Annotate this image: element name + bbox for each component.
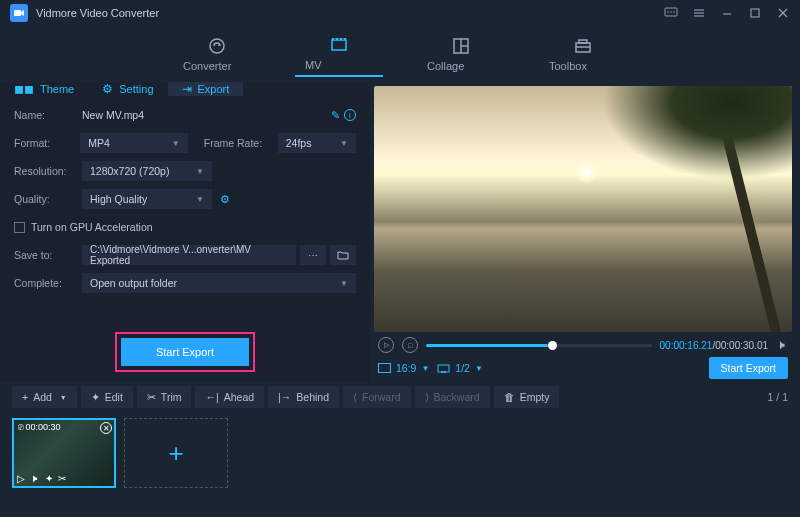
behind-button[interactable]: |→Behind <box>268 386 339 408</box>
theme-icon: ◼◼ <box>14 82 34 96</box>
time-display: 00:00:16.21/00:00:30.01 <box>660 340 768 351</box>
close-icon[interactable] <box>776 6 790 20</box>
forward-button[interactable]: ⟨Forward <box>343 386 411 408</box>
quality-settings-icon[interactable]: ⚙ <box>220 193 230 206</box>
subtab-setting[interactable]: ⚙ Setting <box>88 82 167 96</box>
resolution-label: Resolution: <box>14 165 82 177</box>
feedback-icon[interactable] <box>664 6 678 20</box>
edit-name-icon[interactable]: ✎ <box>331 109 340 122</box>
clip-trim-icon[interactable]: ✂ <box>58 473 66 484</box>
scissors-icon: ✂ <box>147 391 156 403</box>
mv-icon <box>329 35 349 55</box>
app-logo <box>10 4 28 22</box>
edit-button[interactable]: ✦Edit <box>81 386 133 408</box>
tab-label: Collage <box>427 60 495 72</box>
menu-icon[interactable] <box>692 6 706 20</box>
backward-button[interactable]: ⟩Backward <box>415 386 490 408</box>
subtab-label: Theme <box>40 83 74 95</box>
main-tabs: Converter MV Collage Toolbox <box>0 26 800 82</box>
tab-label: Converter <box>183 60 251 72</box>
wand-icon: ✦ <box>91 391 100 403</box>
stop-button[interactable]: □ <box>402 337 418 353</box>
tab-toolbox[interactable]: Toolbox <box>539 32 627 76</box>
name-label: Name: <box>14 109 82 121</box>
aspect-ratio-select[interactable]: 16:9 ▼ <box>378 362 429 374</box>
format-label: Format: <box>14 137 80 149</box>
chevron-down-icon: ▼ <box>196 195 204 204</box>
svg-rect-24 <box>379 364 391 373</box>
start-export-highlight: Start Export <box>115 332 255 372</box>
tab-label: Toolbox <box>549 60 617 72</box>
saveto-label: Save to: <box>14 249 82 261</box>
page-indicator: 1 / 1 <box>768 391 788 403</box>
resolution-select[interactable]: 1280x720 (720p)▼ <box>82 161 212 181</box>
framerate-label: Frame Rate: <box>204 137 278 149</box>
start-export-button[interactable]: Start Export <box>121 338 249 366</box>
view-select[interactable]: 1/2 ▼ <box>437 362 483 374</box>
open-folder-button[interactable] <box>330 245 356 265</box>
start-export-button-preview[interactable]: Start Export <box>709 357 788 379</box>
tab-converter[interactable]: Converter <box>173 32 261 76</box>
svg-point-2 <box>667 11 669 13</box>
play-button[interactable]: ▷ <box>378 337 394 353</box>
app-title: Vidmore Video Converter <box>36 7 159 19</box>
clip-duration: ⎚ 00:00:30 <box>18 422 61 432</box>
subtab-label: Export <box>198 83 230 95</box>
video-preview[interactable] <box>374 86 792 332</box>
info-icon[interactable]: i <box>344 109 356 121</box>
maximize-icon[interactable] <box>748 6 762 20</box>
complete-select[interactable]: Open output folder▼ <box>82 273 356 293</box>
tab-mv[interactable]: MV <box>295 31 383 77</box>
empty-button[interactable]: 🗑Empty <box>494 386 560 408</box>
chevron-down-icon: ▼ <box>475 364 483 373</box>
clip-edit-icon[interactable]: ✦ <box>45 473 53 484</box>
timeline: ⎚ 00:00:30 ✕ ▷ 🕨 ✦ ✂ + <box>0 412 800 504</box>
trash-icon: 🗑 <box>504 391 515 403</box>
name-value: New MV.mp4 <box>82 109 325 121</box>
svg-rect-9 <box>751 9 759 17</box>
browse-button[interactable]: ⋯ <box>300 245 326 265</box>
collage-icon <box>451 36 471 56</box>
export-icon: ⇥ <box>182 82 192 96</box>
volume-icon[interactable]: 🕨 <box>776 338 788 352</box>
quality-select[interactable]: High Quality▼ <box>82 189 212 209</box>
complete-label: Complete: <box>14 277 82 289</box>
add-clip-button[interactable]: + <box>124 418 228 488</box>
tab-collage[interactable]: Collage <box>417 32 505 76</box>
svg-rect-25 <box>438 365 449 372</box>
subtab-export[interactable]: ⇥ Export <box>168 82 244 96</box>
export-panel: ◼◼ Theme ⚙ Setting ⇥ Export Name: New MV… <box>0 82 370 382</box>
subtab-theme[interactable]: ◼◼ Theme <box>0 82 88 96</box>
format-select[interactable]: MP4▼ <box>80 133 188 153</box>
quality-label: Quality: <box>14 193 82 205</box>
chevron-down-icon: ▼ <box>60 394 67 401</box>
forward-icon: ⟨ <box>353 391 357 403</box>
gpu-checkbox[interactable] <box>14 222 25 233</box>
trim-button[interactable]: ✂Trim <box>137 386 192 408</box>
ahead-icon: ←| <box>205 391 218 403</box>
svg-point-12 <box>210 39 224 53</box>
chevron-down-icon: ▼ <box>340 139 348 148</box>
gear-icon: ⚙ <box>102 82 113 96</box>
clip-play-icon[interactable]: ▷ <box>17 473 25 484</box>
behind-icon: |→ <box>278 391 291 403</box>
svg-rect-22 <box>579 40 587 43</box>
minimize-icon[interactable] <box>720 6 734 20</box>
framerate-select[interactable]: 24fps▼ <box>278 133 356 153</box>
ahead-button[interactable]: ←|Ahead <box>195 386 264 408</box>
chevron-down-icon: ▼ <box>172 139 180 148</box>
clip-remove-icon[interactable]: ✕ <box>100 422 112 434</box>
toolbox-icon <box>573 36 593 56</box>
svg-rect-0 <box>14 10 21 16</box>
tab-label: MV <box>305 59 373 71</box>
add-button[interactable]: +Add▼ <box>12 386 77 408</box>
chevron-down-icon: ▼ <box>421 364 429 373</box>
clip-mute-icon[interactable]: 🕨 <box>30 473 40 484</box>
chevron-down-icon: ▼ <box>196 167 204 176</box>
gpu-label: Turn on GPU Acceleration <box>31 221 153 233</box>
clip-toolbar: +Add▼ ✦Edit ✂Trim ←|Ahead |→Behind ⟨Forw… <box>0 382 800 412</box>
timeline-clip[interactable]: ⎚ 00:00:30 ✕ ▷ 🕨 ✦ ✂ <box>12 418 116 488</box>
saveto-path: C:\Vidmore\Vidmore V...onverter\MV Expor… <box>82 245 296 265</box>
svg-point-3 <box>670 11 672 13</box>
seek-slider[interactable] <box>426 344 652 347</box>
